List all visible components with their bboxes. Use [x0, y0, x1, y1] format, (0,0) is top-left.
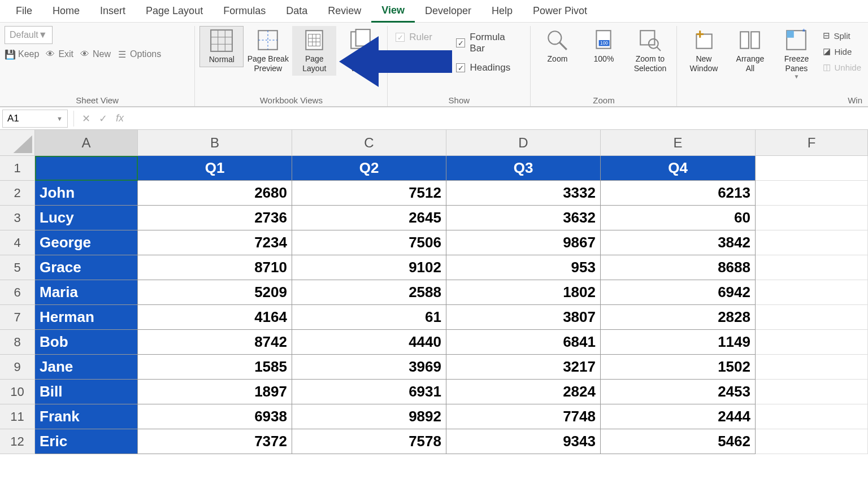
headings-checkbox[interactable]: ✓ Headings [456, 62, 522, 73]
cell[interactable]: 1897 [138, 380, 292, 404]
row-header[interactable]: 1 [0, 156, 35, 181]
cell[interactable] [756, 206, 868, 230]
cell[interactable]: 9343 [446, 429, 601, 454]
cell[interactable] [756, 429, 868, 454]
cell[interactable]: Frank [35, 404, 138, 429]
cell[interactable]: 5209 [138, 280, 292, 305]
page-layout-button[interactable]: Page Layout [292, 26, 336, 76]
cell[interactable]: 3217 [446, 355, 601, 380]
cell[interactable]: 2828 [601, 305, 756, 330]
zoom-button[interactable]: Zoom [535, 26, 579, 66]
cell[interactable]: 2453 [601, 380, 756, 404]
tab-power-pivot[interactable]: Power Pivot [523, 1, 597, 21]
cell[interactable]: 7234 [138, 230, 292, 255]
tab-help[interactable]: Help [481, 1, 523, 21]
cell[interactable]: 3807 [446, 305, 601, 330]
cell[interactable]: 1802 [446, 280, 601, 305]
cell[interactable]: 6841 [446, 330, 601, 355]
cell[interactable]: 953 [446, 255, 601, 280]
tab-file[interactable]: File [6, 1, 42, 21]
cell[interactable]: 7506 [292, 230, 446, 255]
tab-developer[interactable]: Developer [415, 1, 481, 21]
formula-input[interactable] [128, 110, 868, 128]
row-header[interactable]: 4 [0, 230, 35, 255]
cell[interactable]: Herman [35, 305, 138, 330]
tab-page-layout[interactable]: Page Layout [136, 1, 213, 21]
cell[interactable] [756, 355, 868, 380]
cell[interactable]: 1502 [601, 355, 756, 380]
tab-insert[interactable]: Insert [90, 1, 136, 21]
cell[interactable]: Jane [35, 355, 138, 380]
fx-button[interactable]: fx [111, 110, 128, 127]
cell[interactable] [756, 380, 868, 404]
formula-bar-checkbox[interactable]: ✓ Formula Bar [456, 32, 522, 54]
cell[interactable]: 6938 [138, 404, 292, 429]
sheet-view-combo[interactable]: Default ▼ [5, 26, 53, 44]
cell[interactable]: Grace [35, 255, 138, 280]
hide-button[interactable]: ◪ Hide [823, 45, 861, 58]
cell[interactable]: 1585 [138, 355, 292, 380]
cell[interactable]: 2645 [292, 206, 446, 230]
normal-view-button[interactable]: Normal [199, 26, 244, 67]
cell[interactable]: Q2 [292, 156, 446, 181]
cell[interactable]: Q1 [138, 156, 292, 181]
cancel-button[interactable]: ✕ [77, 110, 94, 127]
cell[interactable]: 61 [292, 305, 446, 330]
page-break-button[interactable]: Page Break Preview [246, 26, 290, 76]
cell[interactable] [756, 305, 868, 330]
row-header[interactable]: 2 [0, 181, 35, 206]
new-button[interactable]: 👁 New [79, 49, 111, 60]
cell[interactable] [756, 230, 868, 255]
column-header-A[interactable]: A [35, 130, 138, 156]
cell[interactable]: 1149 [601, 330, 756, 355]
enter-button[interactable]: ✓ [94, 110, 111, 127]
tab-review[interactable]: Review [318, 1, 371, 21]
cell[interactable]: 7512 [292, 181, 446, 206]
options-button[interactable]: ☰ Options [116, 49, 161, 60]
cell[interactable]: 4164 [138, 305, 292, 330]
cell[interactable]: 6213 [601, 181, 756, 206]
exit-button[interactable]: 👁 Exit [45, 49, 73, 60]
zoom-100-button[interactable]: 100 100% [581, 26, 626, 66]
tab-view[interactable]: View [371, 0, 415, 23]
cell[interactable]: Q4 [601, 156, 756, 181]
cell[interactable]: John [35, 181, 138, 206]
cell[interactable]: 9102 [292, 255, 446, 280]
cell[interactable]: 2588 [292, 280, 446, 305]
row-header[interactable]: 6 [0, 280, 35, 305]
cell[interactable] [756, 404, 868, 429]
cell[interactable]: 3332 [446, 181, 601, 206]
cell[interactable] [756, 156, 868, 181]
cell[interactable]: Bob [35, 330, 138, 355]
row-header[interactable]: 3 [0, 206, 35, 230]
cell[interactable]: 2824 [446, 380, 601, 404]
cell[interactable]: 5462 [601, 429, 756, 454]
cell[interactable]: Lucy [35, 206, 138, 230]
name-box[interactable]: A1 ▼ [2, 110, 68, 128]
cell[interactable] [756, 330, 868, 355]
cell[interactable]: Maria [35, 280, 138, 305]
cell[interactable]: Q3 [446, 156, 601, 181]
split-button[interactable]: ⊟ Split [823, 29, 861, 42]
column-header-B[interactable]: B [138, 130, 292, 156]
keep-button[interactable]: 💾 Keep [5, 49, 39, 60]
cell[interactable] [756, 255, 868, 280]
zoom-selection-button[interactable]: Zoom to Selection [628, 26, 672, 76]
cell[interactable]: 3969 [292, 355, 446, 380]
tab-data[interactable]: Data [276, 1, 318, 21]
cell[interactable]: 8710 [138, 255, 292, 280]
cell[interactable]: 4440 [292, 330, 446, 355]
row-header[interactable]: 10 [0, 380, 35, 404]
cell[interactable]: 9867 [446, 230, 601, 255]
cell[interactable]: Eric [35, 429, 138, 454]
cell[interactable]: 7748 [446, 404, 601, 429]
row-header[interactable]: 9 [0, 355, 35, 380]
column-header-F[interactable]: F [756, 130, 868, 156]
cell[interactable]: 3632 [446, 206, 601, 230]
cell-A1[interactable] [35, 156, 138, 181]
cell[interactable]: 2680 [138, 181, 292, 206]
tab-formulas[interactable]: Formulas [213, 1, 276, 21]
cell[interactable]: 6931 [292, 380, 446, 404]
cell[interactable]: 7578 [292, 429, 446, 454]
row-header[interactable]: 11 [0, 404, 35, 429]
